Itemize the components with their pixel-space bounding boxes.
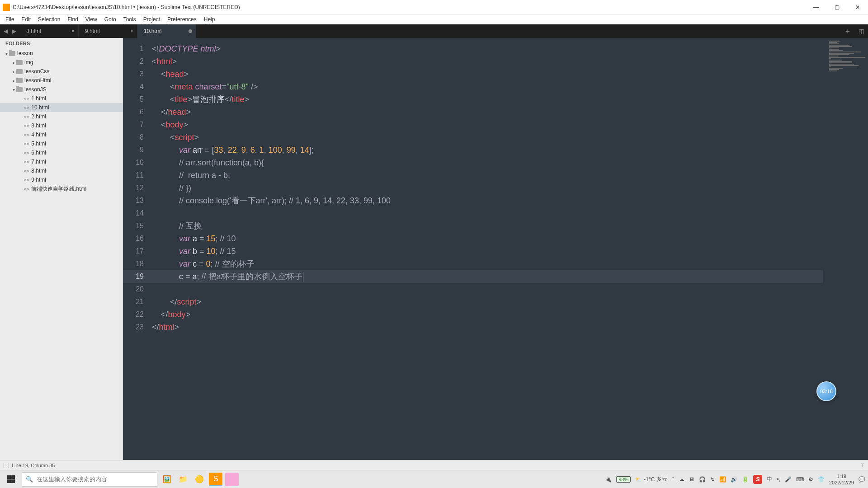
code-line[interactable]: <head>	[150, 68, 823, 80]
code-area[interactable]: <!DOCTYPE html><html> <head> <meta chars…	[150, 38, 823, 460]
menu-goto[interactable]: Goto	[101, 15, 120, 23]
taskbar-app-pink[interactable]	[225, 473, 239, 486]
tray-ime-lang[interactable]: 中	[767, 475, 772, 483]
code-line[interactable]: // arr.sort(function(a, b){	[150, 156, 823, 169]
layout-toggle-icon[interactable]: ◫	[854, 24, 868, 38]
code-line[interactable]: // return a - b;	[150, 169, 823, 182]
taskbar-app-misc[interactable]: 🖼️	[160, 473, 174, 486]
tree-file-1-html[interactable]: <>1.html	[0, 94, 123, 103]
weather-widget[interactable]: ⛅ -1°C 多云	[635, 475, 667, 483]
tray-volume-icon[interactable]: 🔊	[731, 476, 737, 483]
tree-file-5-html[interactable]: <>5.html	[0, 139, 123, 148]
menu-project[interactable]: Project	[140, 15, 164, 23]
line-number: 7	[123, 118, 144, 131]
menu-help[interactable]: Help	[200, 15, 219, 23]
menu-selection[interactable]: Selection	[34, 15, 64, 23]
menu-view[interactable]: View	[82, 15, 101, 23]
maximize-button[interactable]: ▢	[826, 0, 847, 14]
tab-close-icon[interactable]: ×	[130, 28, 133, 34]
tray-ime-punct-icon[interactable]: •,	[777, 476, 780, 483]
code-line[interactable]: // 互换	[150, 220, 823, 232]
code-line[interactable]: </html>	[150, 321, 823, 333]
code-line[interactable]: c = a; // 把a杯子里的水倒入空杯子	[150, 270, 823, 283]
sidebar-header: FOLDERS	[0, 38, 123, 49]
tree-file-3-html[interactable]: <>3.html	[0, 121, 123, 130]
tray-ime-keyboard-icon[interactable]: ⌨	[796, 476, 804, 483]
code-line[interactable]: <!DOCTYPE html>	[150, 42, 823, 55]
menu-find[interactable]: Find	[64, 15, 81, 23]
code-line[interactable]: // console.log('看一下arr', arr); // 1, 6, …	[150, 194, 823, 207]
tree-file-8-html[interactable]: <>8.html	[0, 166, 123, 175]
tree-folder-img[interactable]: ▸img	[0, 58, 123, 67]
tray-ime-skin-icon[interactable]: 👕	[818, 476, 825, 483]
code-line[interactable]: <meta charset="utf-8" />	[150, 80, 823, 93]
tab-9-html[interactable]: 9.html×	[79, 24, 137, 38]
menu-tools[interactable]: Tools	[120, 15, 140, 23]
code-line[interactable]: <body>	[150, 118, 823, 131]
code-line[interactable]: var c = 0; // 空的杯子	[150, 258, 823, 270]
start-button[interactable]	[0, 470, 22, 488]
code-line[interactable]: <html>	[150, 55, 823, 68]
code-line[interactable]: </script>	[150, 296, 823, 308]
tree-file-9-html[interactable]: <>9.html	[0, 175, 123, 184]
tray-ime-sogou-icon[interactable]: S	[753, 475, 762, 484]
taskbar-app-chrome[interactable]: 🟡	[193, 473, 206, 486]
tree-folder-lessonCss[interactable]: ▸lessonCss	[0, 67, 123, 76]
code-line[interactable]	[150, 283, 823, 296]
tree-file-6-html[interactable]: <>6.html	[0, 148, 123, 157]
tree-file-4-html[interactable]: <>4.html	[0, 130, 123, 139]
tray-power-icon[interactable]: 🔌	[605, 476, 612, 483]
taskbar-clock[interactable]: 1:19 2022/12/29	[829, 473, 854, 486]
tree-folder-lessonHtml[interactable]: ▸lessonHtml	[0, 76, 123, 85]
weather-text: 多云	[656, 475, 667, 483]
code-line[interactable]: var arr = [33, 22, 9, 6, 1, 100, 99, 14]…	[150, 144, 823, 156]
taskbar-app-explorer[interactable]: 📁	[176, 473, 190, 486]
line-number: 5	[123, 93, 144, 106]
timer-badge[interactable]: 03:18	[816, 381, 836, 401]
tray-chevron-up-icon[interactable]: ˄	[672, 476, 675, 483]
tree-file-7-html[interactable]: <>7.html	[0, 157, 123, 166]
line-number: 6	[123, 106, 144, 118]
tab-10-html[interactable]: 10.html	[137, 24, 196, 38]
tab-nav-next-icon[interactable]: ▶	[12, 28, 16, 34]
battery-indicator[interactable]: 98%	[616, 476, 631, 483]
tray-ime-settings-icon[interactable]: ⚙	[808, 476, 813, 483]
tray-display-icon[interactable]: 🖥	[689, 476, 694, 483]
menu-preferences[interactable]: Preferences	[164, 15, 200, 23]
code-line[interactable]: </body>	[150, 308, 823, 321]
new-tab-button[interactable]: ＋	[841, 24, 854, 38]
editor-tab-row: ◀ ▶ 8.html×9.html×10.html ＋ ◫	[0, 24, 868, 38]
tray-headset-icon[interactable]: 🎧	[699, 476, 706, 483]
notifications-icon[interactable]: 💬	[859, 476, 865, 483]
tree-file-10-html[interactable]: <>10.html	[0, 103, 123, 112]
tray-ime-mic-icon[interactable]: 🎤	[785, 476, 792, 483]
code-line[interactable]: var a = 15; // 10	[150, 232, 823, 245]
tab-close-icon[interactable]: ×	[71, 28, 75, 34]
minimize-button[interactable]: —	[806, 0, 826, 14]
weather-temp: -1°C	[644, 476, 655, 483]
code-editor[interactable]: 1234567891011121314151617181920212223 <!…	[123, 38, 868, 460]
status-syntax-indicator[interactable]: T	[861, 463, 864, 468]
code-line[interactable]: // })	[150, 182, 823, 194]
tree-folder-lessonJS[interactable]: ▾lessonJS	[0, 85, 123, 94]
code-line[interactable]	[150, 207, 823, 220]
tree-file-前端快速自学路线-html[interactable]: <>前端快速自学路线.html	[0, 184, 123, 193]
code-line[interactable]: var b = 10; // 15	[150, 245, 823, 258]
status-panel-icon[interactable]	[4, 463, 9, 468]
code-line[interactable]: </head>	[150, 106, 823, 118]
tray-battery-icon[interactable]: 🔋	[742, 476, 749, 483]
tray-wifi-icon[interactable]: 📶	[719, 476, 726, 483]
taskbar-search-input[interactable]: 🔍 在这里输入你要搜索的内容	[22, 472, 157, 487]
tray-onedrive-icon[interactable]: ☁	[679, 476, 684, 483]
menu-file[interactable]: File	[2, 15, 18, 23]
tab-nav-prev-icon[interactable]: ◀	[4, 28, 8, 34]
tray-bluetooth-icon[interactable]: ↯	[710, 476, 715, 483]
tree-file-2-html[interactable]: <>2.html	[0, 112, 123, 121]
code-line[interactable]: <title>冒泡排序</title>	[150, 93, 823, 106]
code-line[interactable]: <script>	[150, 131, 823, 144]
taskbar-app-sublime[interactable]: S	[209, 473, 222, 486]
close-button[interactable]: ✕	[847, 0, 868, 14]
tab-8-html[interactable]: 8.html×	[20, 24, 79, 38]
tree-folder-root[interactable]: ▾lesson	[0, 49, 123, 58]
menu-edit[interactable]: Edit	[18, 15, 34, 23]
